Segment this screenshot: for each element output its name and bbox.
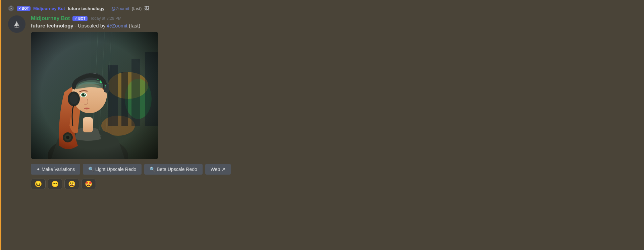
speed-tag: (fast) [129, 23, 140, 28]
timestamp: Today at 3:29 PM [90, 16, 121, 21]
notification-bot-badge: ✓ BOT [17, 6, 31, 11]
reaction-love[interactable]: 🤩 [81, 179, 96, 189]
notification-mention: @Zoomit [111, 6, 129, 11]
message-header: Midjourney Bot ✓ BOT Today at 3:29 PM [31, 15, 637, 21]
message-row: Midjourney Bot ✓ BOT Today at 3:29 PM fu… [8, 15, 637, 189]
web-button[interactable]: Web ↗ [205, 164, 231, 175]
make-variations-button[interactable]: ✦ Make Variations [31, 164, 80, 175]
avatar [8, 15, 25, 33]
generated-image [31, 32, 158, 159]
at-mention: @Zoomit [107, 23, 127, 28]
checkmark-icon: ✓ [18, 7, 21, 10]
reaction-tired[interactable]: 😖 [31, 179, 46, 189]
message-subtitle: future technology - Upscaled by @Zoomit … [31, 23, 637, 28]
reactions-row: 😖 😑 😃 🤩 [31, 179, 637, 189]
notification-title: future technology [68, 6, 105, 11]
light-upscale-redo-button[interactable]: 🔍 Light Upscale Redo [83, 164, 142, 175]
bot-badge: ✓ BOT [72, 16, 87, 21]
beta-upscale-redo-button[interactable]: 🔍 Beta Upscale Redo [144, 164, 203, 175]
reaction-meh[interactable]: 😑 [48, 179, 62, 189]
prompt-text: future technology [31, 23, 73, 28]
notification-separator: - [107, 6, 109, 11]
notification-icon [8, 5, 14, 11]
image-icon: 🖼 [144, 6, 149, 11]
svg-point-0 [9, 6, 13, 10]
notification-bot-name: Midjourney Bot [33, 6, 65, 11]
reaction-happy[interactable]: 😃 [64, 179, 79, 189]
notification-bar: ✓ BOT Midjourney Bot future technology -… [8, 5, 637, 11]
svg-rect-34 [31, 32, 158, 159]
upscaled-by-text: - Upscaled by [75, 23, 107, 28]
bot-name: Midjourney Bot [31, 15, 70, 21]
main-content: ✓ BOT Midjourney Bot future technology -… [1, 0, 644, 250]
badge-checkmark: ✓ [74, 17, 77, 20]
notification-speed: (fast) [132, 6, 142, 11]
action-buttons-row: ✦ Make Variations 🔍 Light Upscale Redo 🔍… [31, 164, 637, 175]
message-body: Midjourney Bot ✓ BOT Today at 3:29 PM fu… [31, 15, 637, 189]
